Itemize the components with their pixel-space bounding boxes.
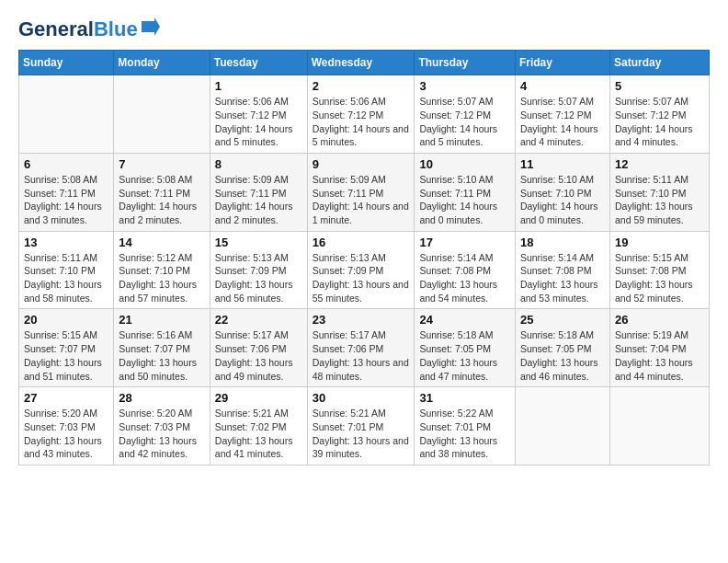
- day-info: Sunrise: 5:11 AM Sunset: 7:10 PM Dayligh…: [615, 173, 704, 227]
- day-number: 18: [520, 236, 605, 249]
- day-info: Sunrise: 5:17 AM Sunset: 7:06 PM Dayligh…: [215, 328, 302, 383]
- day-number: 30: [313, 391, 410, 405]
- day-cell: 25Sunrise: 5:18 AM Sunset: 7:05 PM Dayli…: [515, 309, 609, 387]
- week-row-5: 27Sunrise: 5:20 AM Sunset: 7:03 PM Dayli…: [19, 387, 710, 465]
- day-info: Sunrise: 5:15 AM Sunset: 7:07 PM Dayligh…: [24, 328, 108, 383]
- day-cell: [19, 75, 114, 154]
- day-number: 17: [419, 236, 510, 249]
- day-number: 24: [419, 313, 510, 327]
- day-cell: 20Sunrise: 5:15 AM Sunset: 7:07 PM Dayli…: [19, 309, 114, 387]
- day-info: Sunrise: 5:07 AM Sunset: 7:12 PM Dayligh…: [520, 95, 605, 149]
- day-number: 15: [215, 236, 302, 249]
- day-info: Sunrise: 5:14 AM Sunset: 7:08 PM Dayligh…: [419, 251, 510, 305]
- day-info: Sunrise: 5:07 AM Sunset: 7:12 PM Dayligh…: [419, 95, 510, 149]
- day-cell: 23Sunrise: 5:17 AM Sunset: 7:06 PM Dayli…: [307, 309, 415, 387]
- day-cell: 15Sunrise: 5:13 AM Sunset: 7:09 PM Dayli…: [210, 231, 307, 309]
- day-cell: 10Sunrise: 5:10 AM Sunset: 7:11 PM Dayli…: [415, 153, 516, 231]
- day-number: 9: [313, 157, 410, 171]
- day-info: Sunrise: 5:07 AM Sunset: 7:12 PM Dayligh…: [615, 95, 704, 149]
- week-row-1: 1Sunrise: 5:06 AM Sunset: 7:12 PM Daylig…: [19, 75, 710, 154]
- day-info: Sunrise: 5:18 AM Sunset: 7:05 PM Dayligh…: [520, 328, 605, 383]
- logo-arrow-icon: [142, 17, 160, 36]
- day-info: Sunrise: 5:10 AM Sunset: 7:10 PM Dayligh…: [520, 173, 605, 227]
- day-cell: 22Sunrise: 5:17 AM Sunset: 7:06 PM Dayli…: [210, 309, 307, 387]
- day-cell: 26Sunrise: 5:19 AM Sunset: 7:04 PM Dayli…: [609, 309, 709, 387]
- week-row-3: 13Sunrise: 5:11 AM Sunset: 7:10 PM Dayli…: [19, 231, 710, 309]
- day-number: 2: [313, 79, 410, 93]
- day-cell: 31Sunrise: 5:22 AM Sunset: 7:01 PM Dayli…: [415, 387, 516, 465]
- day-info: Sunrise: 5:19 AM Sunset: 7:04 PM Dayligh…: [615, 328, 704, 383]
- day-number: 20: [24, 313, 108, 327]
- day-cell: [609, 387, 709, 465]
- day-number: 4: [520, 79, 605, 93]
- header-thursday: Thursday: [415, 51, 516, 75]
- day-info: Sunrise: 5:06 AM Sunset: 7:12 PM Dayligh…: [313, 95, 410, 149]
- day-cell: 4Sunrise: 5:07 AM Sunset: 7:12 PM Daylig…: [515, 75, 609, 154]
- day-cell: 5Sunrise: 5:07 AM Sunset: 7:12 PM Daylig…: [609, 75, 709, 154]
- day-number: 29: [215, 391, 302, 405]
- logo-text: GeneralBlue: [18, 18, 138, 40]
- week-row-2: 6Sunrise: 5:08 AM Sunset: 7:11 PM Daylig…: [19, 153, 710, 231]
- day-info: Sunrise: 5:13 AM Sunset: 7:09 PM Dayligh…: [215, 251, 302, 305]
- day-number: 19: [615, 236, 704, 249]
- day-number: 11: [520, 157, 605, 171]
- day-cell: 2Sunrise: 5:06 AM Sunset: 7:12 PM Daylig…: [307, 75, 415, 154]
- day-number: 23: [313, 313, 410, 327]
- day-number: 25: [520, 313, 605, 327]
- day-cell: 18Sunrise: 5:14 AM Sunset: 7:08 PM Dayli…: [515, 231, 609, 309]
- day-cell: 21Sunrise: 5:16 AM Sunset: 7:07 PM Dayli…: [114, 309, 210, 387]
- header-saturday: Saturday: [609, 51, 709, 75]
- logo: GeneralBlue: [18, 18, 160, 40]
- day-info: Sunrise: 5:09 AM Sunset: 7:11 PM Dayligh…: [215, 173, 302, 227]
- day-info: Sunrise: 5:16 AM Sunset: 7:07 PM Dayligh…: [119, 328, 204, 383]
- day-cell: 24Sunrise: 5:18 AM Sunset: 7:05 PM Dayli…: [415, 309, 516, 387]
- day-info: Sunrise: 5:20 AM Sunset: 7:03 PM Dayligh…: [119, 407, 204, 461]
- day-info: Sunrise: 5:13 AM Sunset: 7:09 PM Dayligh…: [313, 251, 410, 305]
- header-monday: Monday: [114, 51, 210, 75]
- day-cell: 8Sunrise: 5:09 AM Sunset: 7:11 PM Daylig…: [210, 153, 307, 231]
- day-cell: [114, 75, 210, 154]
- day-number: 5: [615, 79, 704, 93]
- day-number: 22: [215, 313, 302, 327]
- header-sunday: Sunday: [19, 51, 114, 75]
- day-info: Sunrise: 5:09 AM Sunset: 7:11 PM Dayligh…: [313, 173, 410, 227]
- week-row-4: 20Sunrise: 5:15 AM Sunset: 7:07 PM Dayli…: [19, 309, 710, 387]
- day-number: 26: [615, 313, 704, 327]
- day-info: Sunrise: 5:17 AM Sunset: 7:06 PM Dayligh…: [313, 328, 410, 383]
- svg-marker-0: [142, 17, 160, 36]
- day-number: 1: [215, 79, 302, 93]
- day-cell: 28Sunrise: 5:20 AM Sunset: 7:03 PM Dayli…: [114, 387, 210, 465]
- day-info: Sunrise: 5:20 AM Sunset: 7:03 PM Dayligh…: [24, 407, 108, 461]
- day-number: 12: [615, 157, 704, 171]
- day-cell: 27Sunrise: 5:20 AM Sunset: 7:03 PM Dayli…: [19, 387, 114, 465]
- day-cell: [515, 387, 609, 465]
- day-info: Sunrise: 5:18 AM Sunset: 7:05 PM Dayligh…: [419, 328, 510, 383]
- day-cell: 13Sunrise: 5:11 AM Sunset: 7:10 PM Dayli…: [19, 231, 114, 309]
- day-cell: 11Sunrise: 5:10 AM Sunset: 7:10 PM Dayli…: [515, 153, 609, 231]
- day-info: Sunrise: 5:08 AM Sunset: 7:11 PM Dayligh…: [24, 173, 108, 227]
- day-cell: 3Sunrise: 5:07 AM Sunset: 7:12 PM Daylig…: [415, 75, 516, 154]
- day-number: 16: [313, 236, 410, 249]
- day-cell: 9Sunrise: 5:09 AM Sunset: 7:11 PM Daylig…: [307, 153, 415, 231]
- day-number: 6: [24, 157, 108, 171]
- day-info: Sunrise: 5:10 AM Sunset: 7:11 PM Dayligh…: [419, 173, 510, 227]
- day-cell: 7Sunrise: 5:08 AM Sunset: 7:11 PM Daylig…: [114, 153, 210, 231]
- day-info: Sunrise: 5:14 AM Sunset: 7:08 PM Dayligh…: [520, 251, 605, 305]
- header-wednesday: Wednesday: [307, 51, 415, 75]
- day-number: 7: [119, 157, 204, 171]
- calendar-header-row: SundayMondayTuesdayWednesdayThursdayFrid…: [19, 51, 710, 75]
- day-info: Sunrise: 5:12 AM Sunset: 7:10 PM Dayligh…: [119, 251, 204, 305]
- day-cell: 6Sunrise: 5:08 AM Sunset: 7:11 PM Daylig…: [19, 153, 114, 231]
- day-cell: 29Sunrise: 5:21 AM Sunset: 7:02 PM Dayli…: [210, 387, 307, 465]
- day-cell: 30Sunrise: 5:21 AM Sunset: 7:01 PM Dayli…: [307, 387, 415, 465]
- day-number: 21: [119, 313, 204, 327]
- day-info: Sunrise: 5:08 AM Sunset: 7:11 PM Dayligh…: [119, 173, 204, 227]
- day-info: Sunrise: 5:21 AM Sunset: 7:02 PM Dayligh…: [215, 407, 302, 461]
- day-info: Sunrise: 5:15 AM Sunset: 7:08 PM Dayligh…: [615, 251, 704, 305]
- day-info: Sunrise: 5:22 AM Sunset: 7:01 PM Dayligh…: [419, 407, 510, 461]
- calendar-table: SundayMondayTuesdayWednesdayThursdayFrid…: [18, 50, 710, 465]
- day-cell: 19Sunrise: 5:15 AM Sunset: 7:08 PM Dayli…: [609, 231, 709, 309]
- day-info: Sunrise: 5:11 AM Sunset: 7:10 PM Dayligh…: [24, 251, 108, 305]
- page-header: GeneralBlue: [18, 18, 710, 40]
- day-number: 3: [419, 79, 510, 93]
